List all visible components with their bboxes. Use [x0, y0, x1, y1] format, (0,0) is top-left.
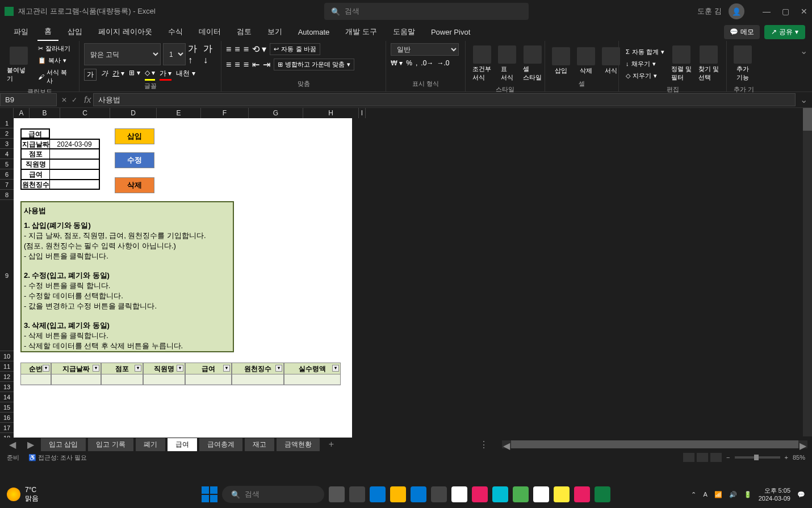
start-button[interactable]: [202, 486, 217, 502]
taskbar-app-4[interactable]: [390, 486, 406, 502]
align-left-icon[interactable]: ≡: [226, 60, 231, 70]
wrap-text-button[interactable]: ↩ 자동 줄 바꿈: [270, 43, 320, 55]
taskbar-app-12[interactable]: [554, 486, 570, 502]
taskbar-weather[interactable]: 7°C 맑음: [7, 486, 39, 503]
font-shrink-icon[interactable]: 가↓: [203, 43, 216, 65]
table-format-button[interactable]: 표 서식: [496, 43, 518, 84]
share-button[interactable]: ↗ 공유 ▾: [764, 25, 805, 39]
row-9[interactable]: 9: [0, 200, 14, 351]
sheet-menu-icon[interactable]: ⋮: [479, 439, 488, 450]
form-value-salary[interactable]: [50, 169, 100, 180]
tray-ime[interactable]: A: [703, 491, 707, 498]
tab-developer[interactable]: 개발 도구: [338, 23, 384, 40]
format-painter-button[interactable]: 🖌 서식 복사: [36, 67, 74, 86]
select-all-corner[interactable]: [0, 108, 14, 118]
tray-wifi-icon[interactable]: 📶: [714, 491, 722, 498]
row-7[interactable]: 7: [0, 180, 14, 190]
close-button[interactable]: ✕: [801, 7, 807, 16]
filter-tax-icon[interactable]: ▾: [275, 365, 282, 372]
taskbar-app-7[interactable]: [451, 486, 467, 502]
cells-area[interactable]: 급여 지급날짜 2024-03-09 점포 직원명 급여: [14, 118, 812, 438]
minimize-button[interactable]: —: [763, 7, 771, 16]
enter-formula-icon[interactable]: ✓: [72, 96, 77, 104]
view-page-layout-button[interactable]: [697, 453, 708, 462]
filter-salary-icon[interactable]: ▾: [223, 365, 230, 372]
conditional-format-button[interactable]: 조건부 서식: [470, 43, 493, 84]
sheet-tab-salary[interactable]: 급여: [168, 438, 197, 451]
decimal-increase-button[interactable]: .0→: [421, 59, 433, 67]
delete-button[interactable]: 삭제: [115, 177, 154, 193]
vertical-scrollbar[interactable]: [803, 108, 812, 436]
memo-button[interactable]: 💬 메모: [724, 25, 760, 39]
underline-button[interactable]: 간 ▾: [112, 69, 124, 81]
name-box[interactable]: [0, 93, 57, 106]
decimal-decrease-button[interactable]: →.0: [437, 59, 449, 67]
currency-button[interactable]: ₩ ▾: [391, 59, 403, 67]
font-grow-icon[interactable]: 가↑: [188, 43, 201, 65]
col-D[interactable]: D: [110, 108, 157, 118]
table-row[interactable]: [284, 374, 340, 385]
border-button[interactable]: ⊞ ▾: [129, 69, 140, 81]
font-name-select[interactable]: 맑은 고딕: [84, 43, 161, 65]
col-B[interactable]: B: [30, 108, 60, 118]
phonetic-button[interactable]: 내천 ▾: [176, 69, 195, 81]
row-3[interactable]: 3: [0, 139, 14, 149]
align-center-icon[interactable]: ≡: [235, 60, 240, 70]
insert-button[interactable]: 삽입: [115, 128, 154, 144]
align-middle-icon[interactable]: ≡: [235, 44, 240, 55]
col-H[interactable]: H: [303, 108, 359, 118]
tray-notifications-icon[interactable]: 💬: [797, 491, 805, 498]
maximize-button[interactable]: ▢: [782, 7, 789, 16]
percent-button[interactable]: %: [406, 59, 412, 67]
tab-powerpivot[interactable]: Power Pivot: [424, 24, 477, 40]
taskbar-app-3[interactable]: [370, 486, 386, 502]
taskbar-app-2[interactable]: [349, 486, 365, 502]
row-14[interactable]: 14: [0, 392, 14, 402]
row-10[interactable]: 10: [0, 351, 14, 361]
taskbar-excel[interactable]: [595, 486, 610, 502]
fill-color-button[interactable]: ◇ ▾: [145, 69, 155, 81]
fill-button[interactable]: ↓ 채우기 ▾: [623, 59, 667, 69]
sheet-tab-inbound-log[interactable]: 입고 기록: [88, 438, 133, 451]
filter-emp-icon[interactable]: ▾: [177, 365, 183, 372]
row-16[interactable]: 16: [0, 413, 14, 423]
cut-button[interactable]: ✂ 잘라내기: [36, 43, 74, 54]
filter-seq-icon[interactable]: ▾: [43, 365, 49, 372]
taskbar-app-13[interactable]: [574, 486, 590, 502]
sheet-tab-inbound-insert[interactable]: 입고 삽입: [41, 438, 86, 451]
table-row[interactable]: [21, 374, 51, 385]
formula-input[interactable]: [93, 93, 796, 106]
table-row[interactable]: [102, 374, 143, 385]
taskbar-search[interactable]: 🔍 검색: [222, 486, 324, 503]
zoom-in-button[interactable]: +: [785, 454, 788, 461]
tray-chevron-icon[interactable]: ⌃: [691, 491, 696, 498]
addins-button[interactable]: 추가 기능: [731, 43, 754, 84]
filter-store-icon[interactable]: ▾: [135, 365, 141, 372]
font-size-select[interactable]: 12: [163, 43, 186, 65]
avatar[interactable]: 👤: [729, 3, 744, 19]
tray-battery-icon[interactable]: 🔋: [744, 491, 752, 498]
sheet-tab-salary-total[interactable]: 급여총계: [199, 438, 242, 451]
zoom-slider[interactable]: [735, 456, 780, 459]
taskbar-app-11[interactable]: [533, 486, 549, 502]
cell-styles-button[interactable]: 셀 스타일: [521, 43, 544, 84]
tab-formulas[interactable]: 수식: [161, 23, 190, 40]
indent-decrease-icon[interactable]: ⇤: [252, 59, 259, 70]
sheet-nav-next-icon[interactable]: ▶: [23, 439, 39, 450]
row-8[interactable]: 8: [0, 190, 14, 200]
form-value-store[interactable]: [50, 149, 100, 159]
row-4[interactable]: 4: [0, 149, 14, 159]
find-select-button[interactable]: 찾기 및 선택: [696, 43, 721, 84]
taskbar-app-6[interactable]: [431, 486, 447, 502]
orientation-icon[interactable]: ⟲ ▾: [252, 44, 266, 55]
col-G[interactable]: G: [249, 108, 303, 118]
align-bottom-icon[interactable]: ≡: [244, 44, 249, 55]
number-format-select[interactable]: 일반: [391, 43, 459, 56]
clear-button[interactable]: ◇ 지우기 ▾: [623, 70, 667, 81]
tray-volume-icon[interactable]: 🔊: [729, 491, 737, 498]
table-row[interactable]: [186, 374, 231, 385]
row-13[interactable]: 13: [0, 382, 14, 392]
insert-cells-button[interactable]: 삽입: [550, 45, 572, 77]
table-row[interactable]: [144, 374, 185, 385]
tab-home[interactable]: 홈: [37, 23, 58, 41]
